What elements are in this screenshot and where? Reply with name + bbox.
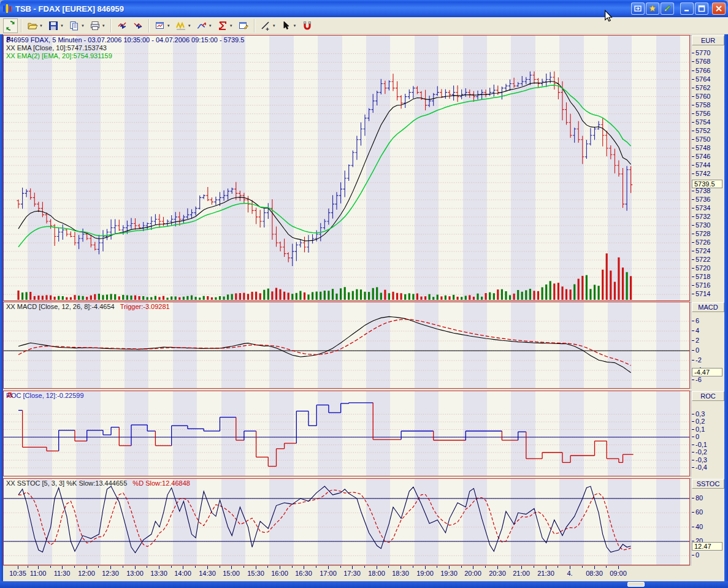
dropdown-arrow-icon[interactable]: ▼ — [167, 24, 171, 28]
dropdown-arrow-icon[interactable]: ▼ — [229, 24, 233, 28]
time-axis-tick — [18, 566, 18, 569]
sstoc-panel[interactable]: XX SSTOC [5, 3, 3] %K Slow:13.444655 %D … — [3, 478, 690, 565]
chart-type-button[interactable]: ▼ — [153, 18, 172, 33]
ohlc-bar — [101, 230, 104, 251]
volume-bar — [50, 296, 52, 300]
time-axis-label: 14:30 — [199, 570, 216, 577]
axis-tick — [692, 113, 694, 114]
volume-bar — [384, 290, 386, 300]
volume-bar — [360, 289, 362, 300]
time-axis-label: 20:30 — [489, 570, 506, 577]
ohlc-bar — [516, 82, 519, 87]
sstoc-axis-segment[interactable]: SSTOC 12.47 806040200 — [691, 478, 724, 565]
volume-bar — [598, 286, 600, 300]
axis-tick — [692, 541, 694, 541]
ohlc-bar — [275, 226, 278, 246]
volume-bar — [594, 285, 596, 300]
volume-bar — [328, 291, 329, 300]
volume-bar — [477, 294, 478, 300]
ohlc-bar — [557, 77, 560, 99]
ohlc-bar — [593, 127, 596, 140]
volume-bar — [404, 294, 406, 300]
price-chart-panel[interactable]: 846959 FDAX, 5 Minuten - 03.07.2006 10:3… — [3, 35, 690, 301]
sstoc-axis-header: SSTOC — [692, 479, 724, 489]
price-axis-segment[interactable]: EUR 5739.5 57705768576657645762576057585… — [691, 35, 724, 301]
print-button[interactable]: ▼ — [88, 18, 107, 33]
volume-bar — [457, 297, 459, 300]
axis-tick — [692, 242, 694, 243]
roc-panel[interactable]: ROC [Close, 12]:-0.22599 — [3, 391, 690, 476]
time-axis-tick — [449, 566, 450, 569]
chart-forward-button[interactable] — [131, 18, 145, 33]
roc-axis-segment[interactable]: ROC 0,30,20,10-0,1-0,2-0,3-0,4 — [691, 391, 724, 476]
ohlc-bar — [400, 95, 403, 109]
properties-button[interactable] — [236, 18, 251, 33]
time-axis-label: 09:00 — [610, 570, 627, 577]
volume-bar — [618, 258, 619, 300]
pointer-button[interactable]: ▼ — [279, 18, 299, 33]
time-axis-minor-tick — [534, 566, 534, 568]
volume-bar — [279, 289, 281, 300]
axis-tick — [692, 156, 694, 157]
close-button[interactable] — [712, 2, 726, 15]
sstoc-plot — [4, 479, 689, 565]
ema-fast-label: XX EMA [Close, 10]:5747.153743 — [6, 44, 107, 52]
save-button[interactable]: ▼ — [46, 18, 66, 33]
volume-bar — [570, 289, 572, 300]
minimize-button[interactable] — [680, 2, 694, 15]
time-axis-label: 21:30 — [537, 570, 554, 577]
dropdown-arrow-icon[interactable]: ▼ — [209, 24, 212, 28]
ohlc-bar — [464, 88, 467, 97]
volume-bar — [163, 296, 164, 300]
time-axis[interactable]: 10:3511:0011:3012:0012:3013:0013:3014:00… — [3, 565, 690, 581]
ohlc-bar — [299, 240, 302, 248]
dropdown-arrow-icon[interactable]: ▼ — [102, 24, 105, 28]
ohlc-bar — [472, 91, 475, 102]
chart-back-button[interactable] — [115, 18, 129, 33]
volume-bar — [263, 290, 265, 300]
magnet-button[interactable] — [300, 18, 315, 33]
volume-bar — [424, 296, 426, 300]
volume-bar — [324, 291, 326, 300]
dropdown-arrow-icon[interactable]: ▼ — [39, 24, 43, 28]
refresh-button[interactable] — [3, 18, 18, 33]
axis-tick-label: 60 — [695, 508, 703, 516]
minimize-icon — [683, 5, 691, 12]
volume-bar — [432, 297, 434, 300]
titlebar[interactable]: TSB - FDAX [EUREX] 846959 — [0, 0, 728, 17]
macd-panel[interactable]: XX MACD [Close, 12, 26, 8]:-4.4654 Trigg… — [3, 302, 690, 389]
sum-button[interactable]: ▼ — [215, 18, 235, 33]
maximize-button[interactable] — [695, 2, 708, 15]
volume-bar — [215, 297, 216, 300]
ohlc-bar — [226, 189, 229, 200]
open-button[interactable]: ▼ — [25, 18, 45, 33]
macd-axis-segment[interactable]: MACD -4.47 6420-2-4-6 — [691, 302, 724, 389]
volume-bar — [344, 287, 346, 300]
volume-bar — [392, 292, 394, 300]
copy-button[interactable]: ▼ — [67, 18, 86, 33]
time-axis-label: 12:30 — [102, 570, 119, 577]
ohlc-bar — [521, 76, 524, 86]
price-axis-gutter[interactable]: EUR 5739.5 57705768576657645762576057585… — [691, 34, 724, 581]
h-scrollbar-thumb[interactable] — [627, 582, 645, 587]
favorites-button[interactable] — [646, 2, 659, 15]
ohlc-bar — [589, 128, 592, 145]
axis-tick-label: -0,1 — [695, 441, 707, 448]
dropdown-arrow-icon[interactable]: ▼ — [188, 24, 191, 28]
time-axis-minor-tick — [50, 566, 51, 568]
insert-indicator-button[interactable]: ▼ — [174, 18, 193, 33]
dropdown-arrow-icon[interactable]: ▼ — [293, 24, 297, 28]
dock-window-button[interactable] — [631, 2, 645, 15]
indicator-curve-button[interactable]: ▼ — [194, 18, 214, 33]
line-tool-button[interactable]: ▼ — [258, 18, 278, 33]
dropdown-arrow-icon[interactable]: ▼ — [272, 24, 276, 28]
ohlc-bar — [424, 90, 427, 110]
dropdown-arrow-icon[interactable]: ▼ — [81, 24, 85, 28]
ohlc-bar — [440, 89, 443, 97]
volume-bar — [437, 295, 439, 300]
ohlc-bar — [129, 218, 132, 229]
edit-button[interactable] — [661, 2, 674, 15]
time-axis-minor-tick — [243, 566, 244, 568]
dropdown-arrow-icon[interactable]: ▼ — [60, 24, 64, 28]
volume-bar — [380, 293, 382, 300]
